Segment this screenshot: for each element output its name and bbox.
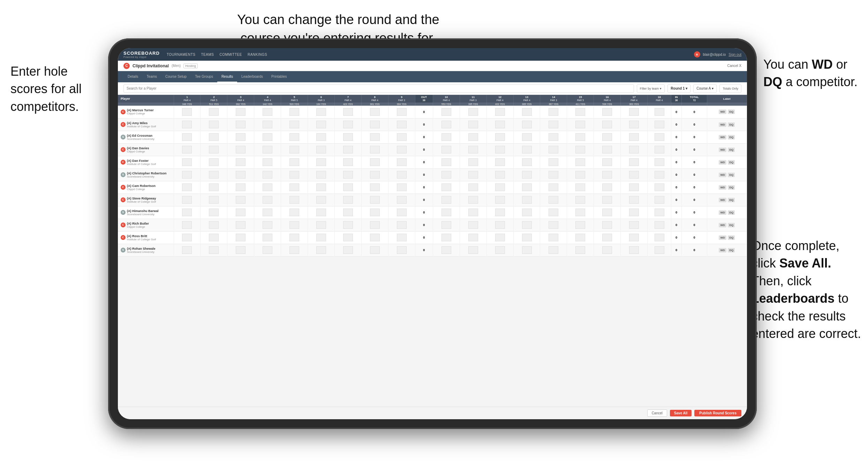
score-input-h13[interactable] xyxy=(522,246,532,254)
score-cell-h4[interactable] xyxy=(254,244,281,256)
score-input-h4[interactable] xyxy=(263,158,272,166)
dq-button[interactable]: DQ xyxy=(728,235,735,240)
score-input-h17[interactable] xyxy=(629,146,639,153)
score-input-h10[interactable] xyxy=(441,133,451,141)
score-cell-h11[interactable] xyxy=(460,194,486,206)
score-input-h18[interactable] xyxy=(655,183,664,191)
score-cell-h17[interactable] xyxy=(621,168,648,181)
score-cell-h11[interactable] xyxy=(460,231,486,244)
score-cell-h5[interactable] xyxy=(281,168,308,181)
score-cell-h9[interactable] xyxy=(388,219,415,231)
score-input-h1[interactable] xyxy=(182,246,192,254)
score-input-h12[interactable] xyxy=(495,196,505,204)
score-input-h11[interactable] xyxy=(468,246,478,254)
wd-button[interactable]: WD xyxy=(719,223,726,227)
score-cell-h14[interactable] xyxy=(540,106,567,118)
score-input-h2[interactable] xyxy=(209,171,219,179)
score-input-h13[interactable] xyxy=(522,234,532,241)
score-cell-h6[interactable] xyxy=(308,143,335,156)
score-input-h8[interactable] xyxy=(370,158,380,166)
score-input-h15[interactable] xyxy=(575,146,585,153)
score-input-h7[interactable] xyxy=(343,209,353,216)
score-cell-h11[interactable] xyxy=(460,206,486,219)
score-input-h7[interactable] xyxy=(343,158,353,166)
score-input-h12[interactable] xyxy=(495,171,505,179)
score-cell-h2[interactable] xyxy=(201,143,227,156)
score-cell-h7[interactable] xyxy=(334,181,361,194)
dq-button[interactable]: DQ xyxy=(728,122,735,127)
score-input-h6[interactable] xyxy=(316,158,326,166)
score-cell-h10[interactable] xyxy=(433,181,460,194)
score-cell-h4[interactable] xyxy=(254,219,281,231)
score-cell-h2[interactable] xyxy=(201,194,227,206)
score-cell-h12[interactable] xyxy=(486,106,513,118)
score-input-h17[interactable] xyxy=(629,221,639,229)
score-cell-h6[interactable] xyxy=(308,118,335,131)
score-cell-h10[interactable] xyxy=(433,194,460,206)
score-input-h13[interactable] xyxy=(522,209,532,216)
score-input-h18[interactable] xyxy=(655,246,664,254)
nav-committee[interactable]: COMMITTEE xyxy=(219,53,242,57)
score-input-h10[interactable] xyxy=(441,108,451,116)
score-cell-h9[interactable] xyxy=(388,156,415,168)
score-cell-h6[interactable] xyxy=(308,156,335,168)
score-cell-h16[interactable] xyxy=(594,156,621,168)
score-input-h5[interactable] xyxy=(289,146,299,153)
dq-button[interactable]: DQ xyxy=(728,198,735,202)
score-input-h11[interactable] xyxy=(468,171,478,179)
score-cell-h8[interactable] xyxy=(361,181,388,194)
score-input-h15[interactable] xyxy=(575,121,585,128)
score-input-h4[interactable] xyxy=(263,121,272,128)
score-input-h14[interactable] xyxy=(549,121,558,128)
score-input-h5[interactable] xyxy=(289,209,299,216)
score-cell-h12[interactable] xyxy=(486,231,513,244)
score-input-h8[interactable] xyxy=(370,171,380,179)
score-cell-h18[interactable] xyxy=(648,194,671,206)
score-cell-h17[interactable] xyxy=(621,206,648,219)
score-cell-h4[interactable] xyxy=(254,181,281,194)
score-cell-h2[interactable] xyxy=(201,206,227,219)
score-cell-h9[interactable] xyxy=(388,168,415,181)
score-input-h8[interactable] xyxy=(370,196,380,204)
totals-only-btn[interactable]: Totals Only xyxy=(719,84,741,93)
score-cell-h15[interactable] xyxy=(567,231,594,244)
score-input-h5[interactable] xyxy=(289,133,299,141)
score-input-h16[interactable] xyxy=(602,183,612,191)
score-input-h13[interactable] xyxy=(522,183,532,191)
score-cell-h18[interactable] xyxy=(648,219,671,231)
score-input-h4[interactable] xyxy=(263,209,272,216)
score-cell-h8[interactable] xyxy=(361,206,388,219)
score-cell-h3[interactable] xyxy=(227,168,254,181)
score-input-h12[interactable] xyxy=(495,183,505,191)
wd-button[interactable]: WD xyxy=(719,110,726,114)
score-input-h17[interactable] xyxy=(629,133,639,141)
score-cell-h14[interactable] xyxy=(540,231,567,244)
score-cell-h7[interactable] xyxy=(334,118,361,131)
score-cell-h7[interactable] xyxy=(334,168,361,181)
score-input-h2[interactable] xyxy=(209,209,219,216)
score-cell-h1[interactable] xyxy=(174,219,201,231)
score-input-h14[interactable] xyxy=(549,246,558,254)
tab-teams[interactable]: Teams xyxy=(143,71,161,82)
score-cell-h18[interactable] xyxy=(648,156,671,168)
score-input-h9[interactable] xyxy=(397,121,407,128)
score-cell-h13[interactable] xyxy=(513,244,540,256)
score-input-h8[interactable] xyxy=(370,234,380,241)
score-cell-h6[interactable] xyxy=(308,231,335,244)
score-input-h15[interactable] xyxy=(575,209,585,216)
score-cell-h11[interactable] xyxy=(460,244,486,256)
score-input-h11[interactable] xyxy=(468,183,478,191)
score-input-h7[interactable] xyxy=(343,183,353,191)
score-input-h13[interactable] xyxy=(522,108,532,116)
score-cell-h9[interactable] xyxy=(388,143,415,156)
score-cell-h12[interactable] xyxy=(486,181,513,194)
score-input-h5[interactable] xyxy=(289,158,299,166)
score-cell-h6[interactable] xyxy=(308,181,335,194)
score-cell-h16[interactable] xyxy=(594,219,621,231)
score-cell-h6[interactable] xyxy=(308,106,335,118)
score-input-h5[interactable] xyxy=(289,121,299,128)
score-input-h16[interactable] xyxy=(602,108,612,116)
nav-teams[interactable]: TEAMS xyxy=(201,53,214,57)
score-cell-h9[interactable] xyxy=(388,244,415,256)
score-cell-h6[interactable] xyxy=(308,244,335,256)
